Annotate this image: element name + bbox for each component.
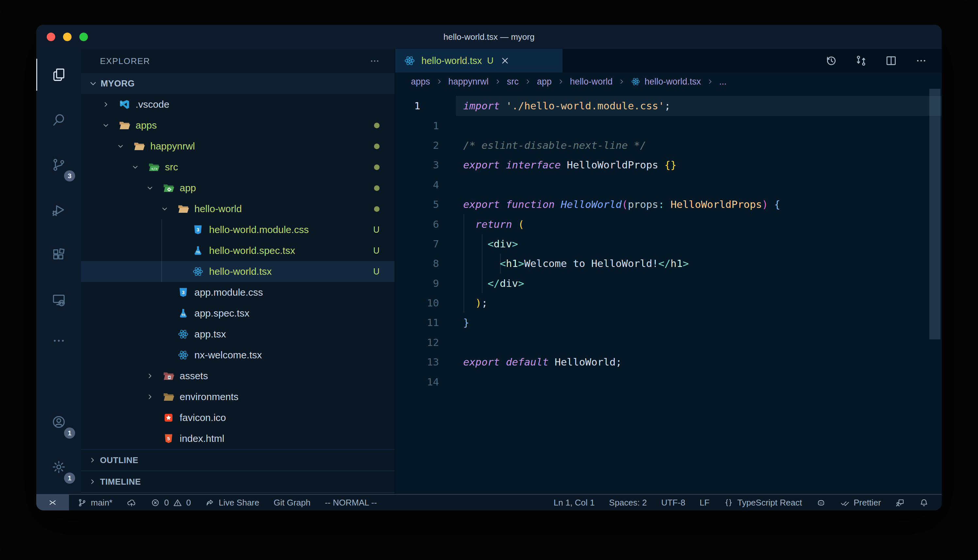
status-item-feedback[interactable] bbox=[895, 498, 905, 507]
title-bar[interactable]: hello-world.tsx — myorg bbox=[36, 25, 942, 49]
tree-item-src[interactable]: </>src bbox=[81, 157, 395, 178]
status-item-git-branch[interactable]: main* bbox=[77, 498, 112, 508]
breadcrumb-item-hello-world[interactable]: hello-world bbox=[570, 77, 613, 87]
tree-item-environments[interactable]: environments bbox=[81, 387, 395, 407]
status-item-cursor-position[interactable]: Ln 1, Col 1 bbox=[554, 498, 595, 508]
timeline-section-header[interactable]: TIMELINE bbox=[81, 471, 395, 492]
status-item-language-mode[interactable]: TypeScript React bbox=[724, 498, 802, 508]
tree-item-assets[interactable]: assets bbox=[81, 365, 395, 387]
workspace-name: MYORG bbox=[100, 78, 135, 89]
chevron-right-icon bbox=[146, 372, 154, 380]
status-item-copilot[interactable] bbox=[816, 498, 826, 507]
tree-item-hello-world.module.css[interactable]: 3hello-world.module.cssU bbox=[81, 219, 395, 240]
activity-item-run-debug[interactable] bbox=[36, 187, 81, 232]
double-check-icon bbox=[840, 498, 849, 507]
vscode-icon bbox=[119, 98, 130, 110]
svg-text:3: 3 bbox=[182, 290, 185, 295]
line-number: 13 bbox=[395, 352, 457, 372]
status-item-prettier[interactable]: Prettier bbox=[840, 498, 881, 508]
status-item-indentation[interactable]: Spaces: 2 bbox=[609, 498, 647, 508]
editor-scrollbar[interactable] bbox=[930, 89, 940, 339]
breadcrumb-label: app bbox=[537, 77, 552, 87]
tree-item-app.tsx[interactable]: app.tsx bbox=[81, 324, 395, 345]
tab-label: hello-world.tsx bbox=[421, 55, 482, 66]
breadcrumb-item-app[interactable]: app bbox=[537, 77, 552, 87]
bell-icon bbox=[919, 498, 929, 507]
tree-item-hello-world.spec.tsx[interactable]: TShello-world.spec.tsxU bbox=[81, 240, 395, 261]
workspace-section-header[interactable]: MYORG bbox=[81, 73, 395, 94]
tree-item-apps[interactable]: apps bbox=[81, 115, 395, 136]
tree-item-hello-world.tsx[interactable]: hello-world.tsxU bbox=[81, 261, 395, 282]
breadcrumb-item-apps[interactable]: apps bbox=[411, 77, 430, 87]
breadcrumb-label: hello-world.tsx bbox=[644, 77, 701, 87]
status-item-label: Spaces: 2 bbox=[609, 498, 647, 508]
activity-item-remote-explorer[interactable] bbox=[36, 277, 81, 322]
svg-text:</>: </> bbox=[151, 167, 157, 171]
tree-item-.vscode[interactable]: .vscode bbox=[81, 94, 395, 115]
code-line: 11} bbox=[395, 313, 942, 332]
activity-item-more[interactable] bbox=[36, 322, 81, 359]
breadcrumb-item-hello-world.tsx[interactable]: hello-world.tsx bbox=[631, 77, 701, 87]
chevron-right-icon bbox=[557, 78, 565, 85]
css-icon: 3 bbox=[177, 287, 189, 298]
status-item-live-share[interactable]: Live Share bbox=[205, 498, 259, 508]
braces-icon bbox=[724, 498, 733, 507]
tree-item-favicon.ico[interactable]: favicon.ico bbox=[81, 407, 395, 428]
more-actions-icon[interactable] bbox=[915, 55, 927, 67]
line-number: 3 bbox=[395, 155, 457, 175]
code-line: 8 <h1>Welcome to HelloWorld!</h1> bbox=[395, 253, 942, 273]
tree-indent-guide bbox=[161, 219, 162, 282]
status-item-label: Prettier bbox=[854, 498, 881, 508]
line-number: 9 bbox=[395, 273, 457, 293]
status-item-encoding[interactable]: UTF-8 bbox=[661, 498, 685, 508]
tree-item-hello-world[interactable]: hello-world bbox=[81, 198, 395, 219]
activity-item-source-control[interactable]: 3 bbox=[36, 142, 81, 187]
status-item-problems[interactable]: 00 bbox=[150, 498, 191, 508]
activity-item-explorer[interactable] bbox=[36, 52, 81, 97]
search-icon bbox=[51, 112, 66, 127]
status-item-notifications[interactable] bbox=[919, 498, 929, 507]
activity-item-extensions[interactable] bbox=[36, 232, 81, 277]
tree-item-happynrwl[interactable]: happynrwl bbox=[81, 136, 395, 157]
status-item-git-graph[interactable]: Git Graph bbox=[274, 498, 311, 508]
outline-section-header[interactable]: OUTLINE bbox=[81, 449, 395, 471]
react-icon bbox=[177, 349, 189, 361]
code-line: 10 ); bbox=[395, 293, 942, 313]
breadcrumb-item-happynrwl[interactable]: happynrwl bbox=[448, 77, 489, 87]
tree-item-label: hello-world bbox=[194, 203, 242, 214]
activity-item-search[interactable] bbox=[36, 97, 81, 142]
editor-actions bbox=[825, 49, 942, 72]
tree-item-app[interactable]: app bbox=[81, 178, 395, 198]
code-line: 2/* eslint-disable-next-line */ bbox=[395, 135, 942, 155]
code-editor[interactable]: 1import './hello-world.module.css';12/* … bbox=[395, 91, 942, 494]
git-untracked-badge: U bbox=[373, 267, 380, 277]
open-timeline-icon[interactable] bbox=[825, 55, 837, 67]
breadcrumb: appshappynrwlsrcapphello-worldhello-worl… bbox=[395, 72, 942, 91]
tree-item-label: apps bbox=[135, 120, 157, 131]
status-item-eol[interactable]: LF bbox=[700, 498, 709, 508]
remote-indicator[interactable] bbox=[36, 495, 69, 510]
explorer-more-actions-icon[interactable] bbox=[369, 55, 380, 67]
status-item-sync[interactable] bbox=[127, 498, 136, 507]
git-changes-dot bbox=[374, 185, 379, 191]
react-icon bbox=[404, 55, 416, 67]
close-icon[interactable] bbox=[500, 56, 510, 66]
favicon-icon bbox=[163, 412, 174, 423]
activity-item-accounts[interactable]: 1 bbox=[36, 400, 81, 445]
split-editor-icon[interactable] bbox=[885, 55, 897, 67]
tree-item-label: app.module.css bbox=[194, 287, 263, 298]
activity-item-settings[interactable]: 1 bbox=[36, 445, 81, 490]
tree-item-nx-welcome.tsx[interactable]: nx-welcome.tsx bbox=[81, 345, 395, 365]
outline-section-label: OUTLINE bbox=[100, 455, 139, 465]
tree-item-app.module.css[interactable]: 3app.module.css bbox=[81, 282, 395, 303]
tree-item-app.spec.tsx[interactable]: TSapp.spec.tsx bbox=[81, 303, 395, 324]
tree-item-index.html[interactable]: 5index.html bbox=[81, 428, 395, 449]
open-changes-icon[interactable] bbox=[855, 55, 867, 67]
breadcrumb-item-...[interactable]: ... bbox=[719, 77, 727, 87]
tab-hello-world-tsx[interactable]: hello-world.tsx U bbox=[395, 49, 562, 72]
status-item-vim-mode[interactable]: -- NORMAL -- bbox=[325, 498, 377, 508]
svg-text:TS: TS bbox=[196, 251, 200, 254]
copilot-icon bbox=[816, 498, 826, 507]
breadcrumb-item-src[interactable]: src bbox=[507, 77, 519, 87]
breadcrumb-label: hello-world bbox=[570, 77, 613, 87]
